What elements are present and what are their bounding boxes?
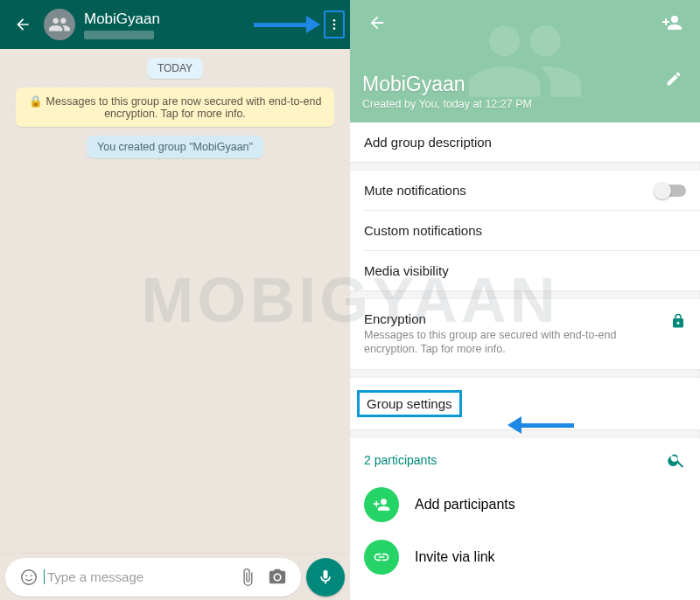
group-created-info: Created by You, today at 12:27 PM [362,98,688,110]
invite-link-row[interactable]: Invite via link [350,531,700,583]
lock-icon [670,313,686,329]
message-input-bar: Type a message [0,553,350,600]
link-icon [364,540,399,575]
emoji-icon[interactable] [14,568,44,587]
participants-header: 2 participants [350,438,700,478]
message-placeholder: Type a message [44,569,233,584]
group-name: MobiGyaan [362,73,688,96]
attach-icon[interactable] [233,568,262,587]
custom-notifications-row[interactable]: Custom notifications [350,211,700,250]
participants-count: 2 participants [364,453,437,467]
group-info-header: MobiGyaan Created by You, today at 12:27… [350,0,700,122]
add-group-description[interactable]: Add group description [350,122,700,162]
back-icon[interactable] [7,9,38,40]
group-settings-highlight: Group settings [357,390,462,417]
encryption-row[interactable]: Encryption Messages to this group are se… [350,299,700,369]
mute-notifications-row[interactable]: Mute notifications [350,171,700,210]
svg-point-5 [31,575,32,576]
search-icon[interactable] [667,450,686,470]
add-participants-row[interactable]: Add participants [350,478,700,531]
lock-icon: 🔒 [29,95,43,108]
more-options-highlight [324,10,345,38]
svg-point-2 [333,27,336,30]
date-chip: TODAY [147,58,203,79]
svg-point-0 [333,19,336,22]
encryption-notice[interactable]: 🔒Messages to this group are now secured … [16,87,334,127]
created-group-notice: You created group "MobiGyaan" [87,136,263,158]
group-info-screen: MobiGyaan Created by You, today at 12:27… [350,0,700,600]
chat-screen: MobiGyaan TODAY 🔒Messages to this group … [0,0,350,600]
mute-toggle[interactable] [656,185,686,197]
camera-icon[interactable] [262,568,292,587]
mic-button[interactable] [306,558,345,597]
svg-point-1 [333,24,336,26]
svg-point-4 [25,575,27,576]
group-avatar[interactable] [44,9,75,40]
annotation-arrow-2 [508,416,574,434]
annotation-arrow-1 [254,16,320,33]
media-visibility-row[interactable]: Media visibility [350,251,700,290]
edit-icon[interactable] [660,65,688,93]
chat-subtitle-placeholder [84,31,154,39]
message-input[interactable]: Type a message [5,558,301,597]
more-options-icon[interactable] [327,16,341,33]
add-person-icon [364,487,399,522]
svg-point-3 [22,569,37,584]
chat-body[interactable]: TODAY 🔒Messages to this group are now se… [0,49,350,553]
